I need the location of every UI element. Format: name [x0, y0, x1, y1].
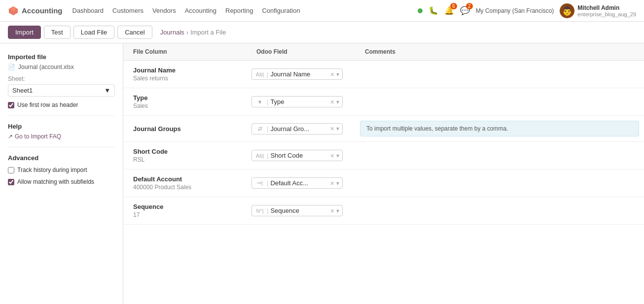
help-faq-link[interactable]: ↗ Go to Import FAQ	[8, 133, 115, 140]
import-button[interactable]: Import	[8, 26, 41, 39]
field-label-3: Short Code	[270, 152, 328, 159]
allow-matching-row: Allow matching with subfields	[8, 178, 115, 185]
field-chevron-0[interactable]: ▾	[336, 71, 339, 78]
file-column-1: Type Sales	[123, 88, 247, 115]
track-history-checkbox[interactable]	[8, 167, 14, 173]
content-area: File Column Odoo Field Comments Journal …	[123, 43, 644, 304]
allow-matching-checkbox[interactable]	[8, 179, 14, 185]
user-name-block: Mitchell Admin enterprise_blog_aug_29	[577, 4, 636, 17]
field-label-0: Journal Name	[270, 70, 328, 78]
field-type-icon-3: Ab|	[255, 153, 265, 159]
advanced-title: Advanced	[8, 154, 115, 162]
bell-icon[interactable]: 🔔6	[444, 6, 454, 15]
field-label-4: Default Acc...	[270, 179, 328, 187]
imported-file-title: Imported file	[8, 53, 115, 61]
file-sub-0: Sales returns	[133, 75, 237, 82]
field-selector-0[interactable]: Ab| | Journal Name × ▾	[251, 68, 343, 80]
track-history-label: Track history during import	[17, 167, 87, 173]
field-clear-0[interactable]: ×	[330, 71, 334, 78]
col-header-comment: Comments	[365, 48, 634, 55]
track-history-row: Track history during import	[8, 167, 115, 173]
nav-dashboard[interactable]: Dashboard	[72, 7, 104, 14]
comment-column-1	[355, 97, 644, 107]
field-selector-4[interactable]: ⇒| | Default Acc... × ▾	[251, 177, 343, 189]
odoo-column-2: ⇄ | Journal Gro... × ▾	[247, 118, 355, 139]
file-title-2: Journal Groups	[133, 125, 237, 133]
field-chevron-3[interactable]: ▾	[336, 152, 339, 159]
cancel-button[interactable]: Cancel	[117, 26, 152, 39]
field-label-1: Type	[270, 98, 328, 105]
table-header: File Column Odoo Field Comments	[123, 43, 644, 61]
load-file-button[interactable]: Load File	[73, 26, 114, 39]
field-selector-3[interactable]: Ab| | Short Code × ▾	[251, 150, 343, 161]
file-column-4: Default Account 400000 Product Sales	[123, 169, 247, 197]
file-column-2: Journal Groups	[123, 119, 247, 138]
sheet-selector[interactable]: Sheet1 ▼	[8, 84, 115, 97]
message-badge: 2	[466, 3, 473, 9]
field-clear-3[interactable]: ×	[330, 152, 334, 159]
file-sub-1: Sales	[133, 102, 237, 109]
breadcrumb: Journals › Import a File	[160, 29, 226, 36]
nav-configuration[interactable]: Configuration	[262, 7, 300, 14]
first-row-checkbox-row: Use first row as header	[8, 101, 115, 108]
nav-accounting[interactable]: Accounting	[185, 7, 216, 14]
user-sub: enterprise_blog_aug_29	[577, 11, 636, 17]
field-clear-1[interactable]: ×	[330, 99, 334, 105]
odoo-column-5: N°| | Sequence × ▾	[247, 200, 355, 221]
test-button[interactable]: Test	[44, 26, 71, 39]
odoo-column-1: ▼ | Type × ▾	[247, 91, 355, 112]
file-sub-5: 17	[133, 211, 237, 218]
nav-reporting[interactable]: Reporting	[225, 7, 253, 14]
file-title-5: Sequence	[133, 203, 237, 210]
file-column-0: Journal Name Sales returns	[123, 61, 247, 88]
help-faq-label: Go to Import FAQ	[15, 133, 61, 140]
top-right: 🐛 🔔6 💬2 My Company (San Francisco) 👨 Mit…	[418, 3, 636, 18]
sidebar: Imported file 📄 Journal (account.xlsx Sh…	[0, 43, 123, 304]
odoo-column-0: Ab| | Journal Name × ▾	[247, 64, 355, 85]
field-selector-2[interactable]: ⇄ | Journal Gro... × ▾	[251, 123, 343, 135]
nav-links: Dashboard Customers Vendors Accounting R…	[72, 7, 408, 14]
field-clear-4[interactable]: ×	[330, 180, 334, 187]
field-chevron-1[interactable]: ▾	[336, 99, 339, 105]
field-type-icon-1: ▼	[255, 99, 265, 105]
field-clear-2[interactable]: ×	[330, 125, 334, 132]
odoo-column-3: Ab| | Short Code × ▾	[247, 145, 355, 166]
field-selector-1[interactable]: ▼ | Type × ▾	[251, 96, 343, 107]
field-type-icon-5: N°|	[255, 208, 265, 214]
field-chevron-5[interactable]: ▾	[336, 207, 339, 214]
user-info: 👨 Mitchell Admin enterprise_blog_aug_29	[560, 3, 636, 18]
breadcrumb-parent[interactable]: Journals	[160, 29, 184, 36]
nav-customers[interactable]: Customers	[112, 7, 143, 14]
field-type-icon-4: ⇒|	[255, 180, 265, 186]
comment-column-3	[355, 151, 644, 161]
field-chevron-4[interactable]: ▾	[336, 180, 339, 187]
table-row: Journal Groups ⇄ | Journal Gro... × ▾ To…	[123, 116, 644, 142]
table-body: Journal Name Sales returns Ab| | Journal…	[123, 61, 644, 225]
sidebar-divider-1	[8, 115, 115, 116]
first-row-checkbox[interactable]	[8, 102, 14, 108]
notification-badge: 6	[450, 3, 457, 9]
comment-column-2: To import multiple values, separate them…	[355, 116, 644, 141]
table-row: Sequence 17 N°| | Sequence × ▾	[123, 197, 644, 225]
breadcrumb-current: Import a File	[190, 29, 226, 36]
user-avatar: 👨	[560, 3, 574, 18]
sheet-label: Sheet:	[8, 75, 115, 82]
comment-column-5	[355, 206, 644, 216]
bug-icon[interactable]: 🐛	[429, 6, 438, 15]
field-label-5: Sequence	[270, 207, 328, 214]
nav-vendors[interactable]: Vendors	[152, 7, 176, 14]
field-clear-5[interactable]: ×	[330, 207, 334, 214]
table-row: Journal Name Sales returns Ab| | Journal…	[123, 61, 644, 88]
sidebar-divider-2	[8, 147, 115, 147]
allow-matching-label: Allow matching with subfields	[17, 178, 94, 185]
field-selector-5[interactable]: N°| | Sequence × ▾	[251, 205, 343, 216]
sheet-chevron-icon: ▼	[104, 87, 110, 94]
user-name: Mitchell Admin	[577, 4, 636, 11]
help-title: Help	[8, 123, 115, 130]
field-chevron-2[interactable]: ▾	[336, 125, 339, 132]
comment-box-2: To import multiple values, separate them…	[360, 121, 639, 136]
col-header-file: File Column	[133, 48, 256, 55]
chat-icon[interactable]: 💬2	[460, 6, 470, 15]
file-icon: 📄	[8, 64, 15, 70]
comment-column-0	[355, 69, 644, 79]
